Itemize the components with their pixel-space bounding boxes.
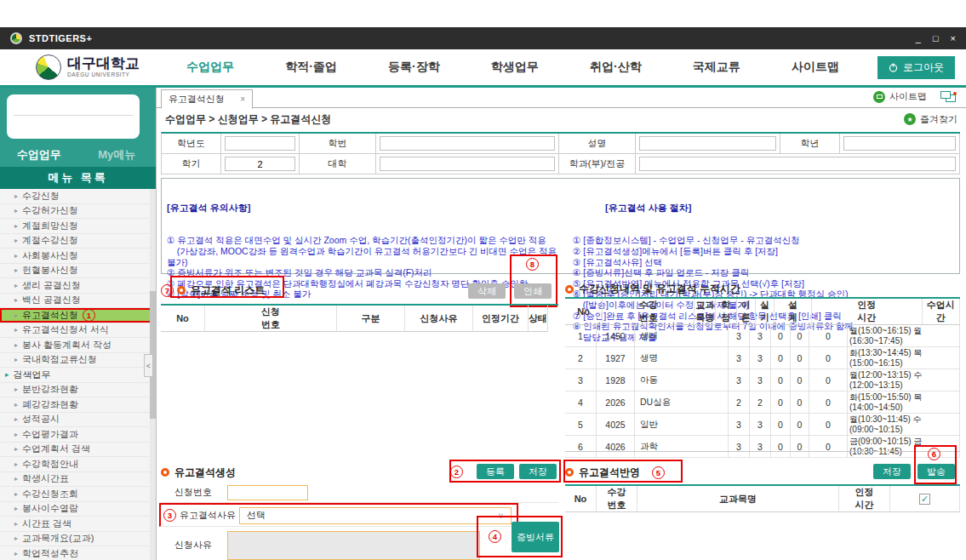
- top-nav-item[interactable]: 국제교류: [693, 60, 740, 75]
- column-header: 수강 번호: [603, 299, 694, 325]
- delete-button[interactable]: 삭제: [468, 283, 506, 299]
- top-nav-item[interactable]: 취업·산학: [590, 60, 642, 75]
- grade-input[interactable]: [843, 136, 956, 151]
- year-input[interactable]: [225, 136, 295, 151]
- reason-type-select[interactable]: 선택 ∨: [239, 507, 512, 524]
- reason-label: 신청사유: [174, 539, 227, 551]
- save-create-button[interactable]: 저장: [519, 464, 557, 479]
- college-input[interactable]: [380, 157, 555, 171]
- register-button[interactable]: 등록: [477, 464, 514, 479]
- sidebar-menu-item[interactable]: ▸ 유고결석신청서 서식: [0, 323, 156, 339]
- multi-window-icon[interactable]: [940, 91, 956, 102]
- top-nav-item[interactable]: 수업업무: [186, 60, 234, 75]
- name-label: 성명: [559, 134, 636, 154]
- notice-line: (가상강좌, MOOC강좌 등 원격수업과 학습기간이 유고결석 허용기간보다 …: [167, 246, 563, 267]
- top-nav-item[interactable]: 등록·장학: [388, 60, 440, 75]
- sidebar-menu-item[interactable]: ▸ 수강학점안내: [0, 457, 156, 472]
- menu-bullet-icon: ▸: [14, 520, 18, 528]
- request-no-label: 신청번호: [174, 486, 227, 499]
- sidebar: 수업업무 My메뉴 메뉴 목록 ▸ 수강신청 ▸ 수강허가신청: [0, 88, 156, 560]
- column-header: 교과목명: [637, 486, 839, 512]
- notice-line: ④ [증빙서류]선택 후 파일 업로드 - 저장 클릭: [573, 267, 954, 278]
- sidebar-menu-item[interactable]: ▸ 학생시간표: [0, 472, 156, 488]
- sidebar-tab[interactable]: My메뉴: [78, 147, 157, 163]
- absence-create-header: 유고결석생성 2 등록 저장: [161, 462, 558, 483]
- sidebar-menu-item[interactable]: ▸ 수강신청: [0, 189, 156, 204]
- menu-bullet-icon: ▸: [14, 386, 18, 393]
- menu-bullet-icon: ▸: [5, 370, 9, 379]
- select-all-checkbox[interactable]: ✓: [919, 494, 930, 505]
- column-header: 상태: [529, 306, 548, 332]
- column-header: 인정 시간: [839, 486, 890, 512]
- column-header: 인정 시간: [812, 299, 923, 325]
- sidebar-tab[interactable]: 수업업무: [0, 147, 78, 163]
- logout-button[interactable]: 로그아웃: [877, 56, 955, 79]
- request-no-input[interactable]: [227, 485, 308, 500]
- sitemap-link[interactable]: 사이트맵: [873, 90, 927, 103]
- column-header: 신청사유: [405, 306, 473, 332]
- column-header: No: [565, 299, 603, 325]
- top-nav-item[interactable]: 학적·졸업: [285, 60, 337, 75]
- save-apply-button[interactable]: 저장: [873, 464, 911, 479]
- sidebar-menu-item[interactable]: ▸ 검색업무: [0, 368, 156, 383]
- minimize-button[interactable]: _: [916, 33, 921, 43]
- studentno-input[interactable]: [380, 136, 555, 151]
- top-nav-item[interactable]: 학생업무: [491, 60, 539, 75]
- notice-line: ② 증빙서류가 위조 또는 변조된 것일 경우 해당 교과목 실격(F)처리: [167, 267, 563, 278]
- app-window: STDTIGERS+ _ □ × 대구대학교 DAEGU UNIVERSITY …: [0, 0, 966, 560]
- absence-apply-table: No 수강 번호 교과목명 인정 시간 ✓: [565, 484, 960, 512]
- window-controls: _ □ ×: [916, 33, 956, 43]
- tab-absence-request[interactable]: 유고결석신청 ×: [161, 89, 253, 109]
- sidebar-menu-item[interactable]: ▸ 수강허가신청: [0, 204, 156, 220]
- notice-precautions-title: [유고결석 유의사항]: [167, 203, 563, 214]
- menu-bullet-icon: ▸: [14, 475, 18, 483]
- year-label: 학년도: [162, 134, 221, 154]
- sidebar-menu-item[interactable]: ▸ 헌혈봉사신청: [0, 264, 156, 279]
- sidebar-menu-item[interactable]: ▸ 수업계획서 검색: [0, 443, 156, 458]
- menu-bullet-icon: ▸: [14, 222, 18, 230]
- sidebar-menu-item[interactable]: ▸ 교과목개요(교과): [0, 532, 156, 547]
- tab-close-icon[interactable]: ×: [240, 94, 245, 104]
- semester-input[interactable]: [225, 157, 295, 171]
- semester-label: 학기: [162, 154, 221, 174]
- close-button[interactable]: ×: [951, 33, 956, 43]
- breadcrumb-row: 수업업무 > 신청업무 > 유고결석신청 ★ 즐겨찾기: [157, 108, 966, 130]
- sidebar-menu-item[interactable]: ▸ 수업평가결과: [0, 427, 156, 443]
- sidebar-menu-item[interactable]: ▸ 국내학점교류신청: [0, 353, 156, 369]
- print-button[interactable]: 인쇄: [514, 283, 552, 299]
- sidebar-menu-item[interactable]: ▸ 분반강좌현황: [0, 383, 156, 398]
- favorite-button[interactable]: ★ 즐겨찾기: [904, 113, 957, 126]
- name-input[interactable]: [639, 136, 776, 151]
- chevron-down-icon: ∨: [498, 511, 504, 520]
- sidebar-menu-item[interactable]: ▸ 수강신청조회: [0, 487, 156, 502]
- sidebar-menu-item[interactable]: ▸ 폐강강좌현황: [0, 397, 156, 413]
- menu-bullet-icon: ▸: [14, 237, 18, 244]
- sidebar-menu-item[interactable]: ▸ 시간표 검색: [0, 517, 156, 532]
- reason-textarea[interactable]: [227, 531, 480, 560]
- sidebar-menu-item[interactable]: ▸ 성적공시: [0, 413, 156, 428]
- notice-procedure: [유고결석 사용 절차] ① [종합정보시스템] - 수업업무 - 신청업무 -…: [563, 181, 954, 271]
- enrollment-row: 5 4025 일반 3 3 0 0 0 월(10:30~11:45) 수(09:…: [565, 414, 960, 436]
- grade-label: 학년: [780, 134, 840, 154]
- sidebar-menu-item[interactable]: ▸ 계절수강신청: [0, 234, 156, 249]
- sidebar-collapse-handle[interactable]: <: [144, 354, 153, 377]
- evidence-button[interactable]: 증빙서류: [512, 522, 559, 552]
- maximize-button[interactable]: □: [933, 33, 939, 43]
- sidebar-menu-item[interactable]: ▸ 유고결석신청 1: [0, 308, 156, 323]
- annotation-circle-6: 6: [928, 448, 940, 460]
- sidebar-menu-item[interactable]: ▸ 사회봉사신청: [0, 249, 156, 264]
- top-nav-item[interactable]: 사이트맵: [792, 60, 839, 75]
- send-button[interactable]: 발송: [917, 464, 955, 479]
- sidebar-menu-item[interactable]: ▸ 백신 공결신청: [0, 294, 156, 309]
- sidebar-menu-item[interactable]: ▸ 계절희망신청: [0, 219, 156, 234]
- menu-bullet-icon: ▸: [14, 534, 18, 542]
- notice-procedure-title: [유고결석 사용 절차]: [573, 203, 954, 214]
- sidebar-menu-item[interactable]: ▸ 봉사 활동계획서 작성: [0, 338, 156, 353]
- major-input[interactable]: [639, 157, 956, 171]
- annotation-circle-7: 7: [161, 284, 174, 297]
- sidebar-menu-item[interactable]: ▸ 생리 공결신청: [0, 278, 156, 294]
- menu-bullet-icon: ▸: [14, 282, 18, 289]
- sidebar-menu-item[interactable]: ▸ 봉사이수열람: [0, 502, 156, 517]
- menu-bullet-icon: ▸: [14, 326, 18, 334]
- sidebar-menu-item[interactable]: ▸ 학업적성추천: [0, 546, 156, 560]
